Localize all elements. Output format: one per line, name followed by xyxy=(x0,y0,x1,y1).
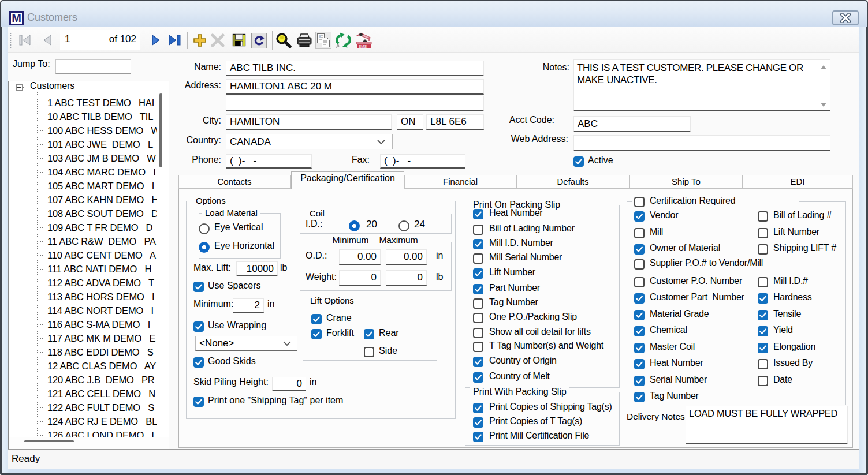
svg-text:SMS: SMS xyxy=(359,44,367,48)
